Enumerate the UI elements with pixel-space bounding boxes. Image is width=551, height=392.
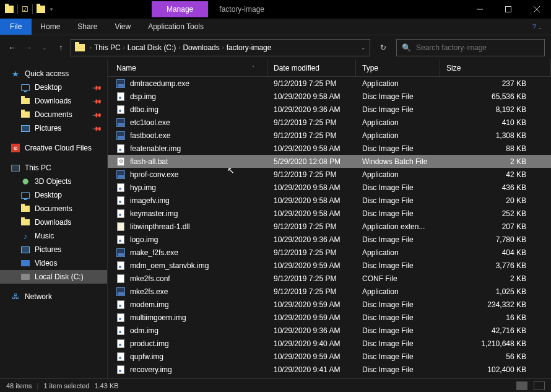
file-row[interactable]: hprof-conv.exe9/12/2019 7:25 PMApplicati… bbox=[108, 168, 551, 181]
file-date: 10/29/2020 9:36 AM bbox=[267, 235, 356, 244]
file-size: 7,780 KB bbox=[440, 235, 551, 244]
file-row[interactable]: dsp.img10/29/2020 9:58 AMDisc Image File… bbox=[108, 90, 551, 103]
file-row[interactable]: libwinpthread-1.dll9/12/2019 7:25 PMAppl… bbox=[108, 220, 551, 233]
refresh-button[interactable]: ↻ bbox=[374, 43, 393, 52]
tab-application-tools[interactable]: Application Tools bbox=[139, 19, 212, 34]
file-row[interactable]: product.img10/29/2020 9:40 AMDisc Image … bbox=[108, 337, 551, 350]
tab-view[interactable]: View bbox=[106, 19, 139, 34]
column-size[interactable]: Size bbox=[440, 59, 551, 76]
new-folder-icon[interactable] bbox=[37, 6, 45, 13]
chevron-right-icon[interactable]: › bbox=[90, 45, 92, 51]
breadcrumb-segment[interactable]: This PC bbox=[94, 43, 121, 52]
recent-locations-button[interactable]: ⌄ bbox=[38, 41, 51, 54]
file-row[interactable]: etc1tool.exe9/12/2019 7:25 PMApplication… bbox=[108, 116, 551, 129]
maximize-button[interactable] bbox=[494, 0, 523, 19]
chevron-right-icon[interactable]: › bbox=[178, 45, 180, 51]
pin-icon: 📌 bbox=[92, 110, 102, 120]
file-size: 8,192 KB bbox=[440, 105, 551, 114]
file-name: dsp.img bbox=[130, 92, 156, 101]
file-name: flash-all.bat bbox=[130, 157, 168, 166]
tab-home[interactable]: Home bbox=[32, 19, 69, 34]
column-type[interactable]: Type bbox=[356, 59, 440, 76]
chevron-right-icon[interactable]: › bbox=[222, 45, 224, 51]
file-row[interactable]: keymaster.img10/29/2020 9:58 AMDisc Imag… bbox=[108, 207, 551, 220]
address-bar[interactable]: › This PC › Local Disk (C:) › Downloads … bbox=[71, 39, 370, 56]
sidebar-item[interactable]: Pictures📌 bbox=[0, 121, 107, 135]
file-row[interactable]: mdm_oem_stanvbk.img10/29/2020 9:59 AMDis… bbox=[108, 259, 551, 272]
file-row[interactable]: multiimgoem.img10/29/2020 9:59 AMDisc Im… bbox=[108, 311, 551, 324]
file-size: 88 KB bbox=[440, 144, 551, 153]
file-type: CONF File bbox=[356, 274, 440, 283]
file-type: Disc Image File bbox=[356, 326, 440, 335]
file-row[interactable]: dmtracedump.exe9/12/2019 7:25 PMApplicat… bbox=[108, 77, 551, 90]
breadcrumb-segment[interactable]: Downloads bbox=[183, 43, 219, 52]
breadcrumb-segment[interactable]: Local Disk (C:) bbox=[128, 43, 176, 52]
column-name[interactable]: Name ˄ bbox=[108, 59, 267, 76]
application-icon bbox=[116, 118, 125, 127]
application-icon bbox=[116, 79, 125, 88]
file-row[interactable]: qupfw.img10/29/2020 9:59 AMDisc Image Fi… bbox=[108, 350, 551, 363]
file-row[interactable]: flash-all.bat5/29/2020 12:08 PMWindows B… bbox=[108, 155, 551, 168]
search-box[interactable]: 🔍 bbox=[396, 39, 545, 56]
breadcrumb-segment[interactable]: factory-image bbox=[227, 43, 272, 52]
address-dropdown-icon[interactable]: ⌄ bbox=[361, 45, 366, 51]
file-row[interactable]: logo.img10/29/2020 9:36 AMDisc Image Fil… bbox=[108, 233, 551, 246]
file-row[interactable]: modem.img10/29/2020 9:59 AMDisc Image Fi… bbox=[108, 298, 551, 311]
sidebar-item[interactable]: Downloads bbox=[0, 216, 107, 229]
back-button[interactable]: ← bbox=[6, 41, 19, 54]
minimize-button[interactable] bbox=[466, 0, 494, 19]
file-row[interactable]: dtbo.img10/29/2020 9:36 AMDisc Image Fil… bbox=[108, 103, 551, 116]
sidebar-network[interactable]: 🖧 Network bbox=[0, 290, 107, 303]
file-name: hprof-conv.exe bbox=[130, 170, 179, 179]
up-button[interactable]: ↑ bbox=[54, 41, 67, 54]
pin-icon: 📌 bbox=[92, 82, 102, 92]
sidebar-item[interactable]: Desktop bbox=[0, 188, 107, 202]
qat-dropdown-icon[interactable]: ▼ bbox=[49, 7, 54, 12]
folder-icon[interactable] bbox=[5, 6, 14, 13]
details-view-button[interactable] bbox=[516, 381, 527, 390]
sidebar-item[interactable]: Videos bbox=[0, 256, 107, 270]
column-date-modified[interactable]: Date modified bbox=[267, 59, 356, 76]
sidebar-creative-cloud[interactable]: ⊙ Creative Cloud Files bbox=[0, 141, 107, 155]
file-row[interactable]: make_f2fs.exe9/12/2019 7:25 PMApplicatio… bbox=[108, 246, 551, 259]
sidebar-item[interactable]: Documents bbox=[0, 202, 107, 216]
search-input[interactable] bbox=[416, 43, 539, 52]
file-name: multiimgoem.img bbox=[130, 313, 186, 322]
sidebar-item-label: Downloads bbox=[35, 218, 71, 227]
sidebar-item[interactable]: Downloads📌 bbox=[0, 94, 107, 108]
sidebar-item[interactable]: Local Disk (C:) bbox=[0, 270, 107, 284]
file-size: 56 KB bbox=[440, 352, 551, 361]
tab-share[interactable]: Share bbox=[69, 19, 106, 34]
contextual-tab-manage[interactable]: Manage bbox=[152, 1, 208, 17]
sidebar-item[interactable]: ⬣3D Objects bbox=[0, 175, 107, 188]
file-row[interactable]: featenabler.img10/29/2020 9:58 AMDisc Im… bbox=[108, 142, 551, 155]
help-icon[interactable]: ？⌄ bbox=[522, 22, 551, 32]
dll-icon bbox=[117, 222, 124, 231]
file-tab[interactable]: File bbox=[0, 19, 32, 35]
sidebar-item[interactable]: Desktop📌 bbox=[0, 81, 107, 94]
sidebar-quick-access[interactable]: ★ Quick access bbox=[0, 67, 107, 81]
close-button[interactable] bbox=[523, 0, 551, 19]
properties-icon[interactable]: ☑ bbox=[22, 5, 28, 14]
sidebar-item-label: Documents bbox=[35, 110, 72, 119]
file-list[interactable]: dmtracedump.exe9/12/2019 7:25 PMApplicat… bbox=[108, 77, 551, 378]
sidebar-this-pc[interactable]: This PC bbox=[0, 161, 107, 175]
sidebar-label: This PC bbox=[25, 163, 51, 172]
sidebar-item[interactable]: ♪Music bbox=[0, 229, 107, 243]
file-row[interactable]: hyp.img10/29/2020 9:58 AMDisc Image File… bbox=[108, 181, 551, 194]
disc-image-icon bbox=[117, 196, 124, 205]
navigation-pane: ★ Quick access Desktop📌Downloads📌Documen… bbox=[0, 59, 108, 378]
sidebar-item[interactable]: Pictures bbox=[0, 243, 107, 256]
file-row[interactable]: imagefv.img10/29/2020 9:58 AMDisc Image … bbox=[108, 194, 551, 207]
file-row[interactable]: recovery.img10/29/2020 9:41 AMDisc Image… bbox=[108, 363, 551, 376]
thumbnails-view-button[interactable] bbox=[534, 381, 545, 390]
disc-image-icon bbox=[117, 183, 124, 192]
file-row[interactable]: mke2fs.exe9/12/2019 7:25 PMApplication1,… bbox=[108, 285, 551, 298]
file-row[interactable]: odm.img10/29/2020 9:36 AMDisc Image File… bbox=[108, 324, 551, 337]
sidebar-item[interactable]: Documents📌 bbox=[0, 108, 107, 121]
disc-image-icon bbox=[117, 326, 124, 335]
file-row[interactable]: mke2fs.conf9/12/2019 7:25 PMCONF File2 K… bbox=[108, 272, 551, 285]
file-row[interactable]: fastboot.exe9/12/2019 7:25 PMApplication… bbox=[108, 129, 551, 142]
forward-button[interactable]: → bbox=[22, 41, 35, 54]
chevron-right-icon[interactable]: › bbox=[123, 45, 125, 51]
